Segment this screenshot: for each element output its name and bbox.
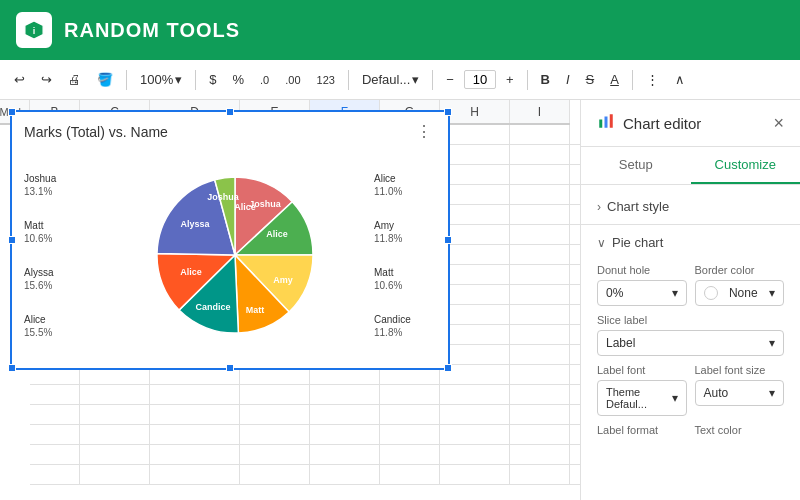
chart-more-icon[interactable]: ⋮ [412,120,436,143]
label-font-row: Label font Theme Defaul... ▾ Label font … [597,364,784,416]
chevron-right-icon: › [597,200,601,214]
editor-close-button[interactable]: × [773,113,784,134]
sep1 [126,70,127,90]
legend-item-candice: Candice 11.8% [374,313,436,339]
zoom-arrow: ▾ [175,72,182,87]
chart-container[interactable]: Marks (Total) vs. Name ⋮ Joshua 13.1% Ma… [10,110,450,370]
handle-bl[interactable] [8,364,16,372]
slice-label-group: Slice label Label ▾ [597,314,784,356]
bold-button[interactable]: B [535,69,556,90]
font-size-input[interactable]: 10 [464,70,496,89]
border-color-group: Border color None ▾ [695,264,785,306]
border-color-dot [704,286,718,300]
label-font-value: Theme Defaul... [606,386,672,410]
strikethrough-button[interactable]: S [580,69,601,90]
slice-label-value: Label [606,336,635,350]
underline-button[interactable]: A [604,69,625,90]
collapse-button[interactable]: ∧ [669,69,691,90]
border-color-value: None [729,286,758,300]
pie-chart: Alice Alice Amy Matt Candice Alice Alyss… [100,151,370,359]
editor-header: Chart editor × [581,100,800,147]
legend-item-alyssa: Alyssa 15.6% [24,266,96,292]
slice-label-select[interactable]: Label ▾ [597,330,784,356]
chart-title: Marks (Total) vs. Name [24,124,168,140]
label-font-select[interactable]: Theme Defaul... ▾ [597,380,687,416]
paint-button[interactable]: 🪣 [91,69,119,90]
toolbar: ↩ ↪ 🖨 🪣 100% ▾ $ % .0 .00 123 Defaul... … [0,60,800,100]
pie-chart-label: Pie chart [612,235,663,250]
zoom-value: 100% [140,72,173,87]
text-color-label: Text color [695,424,785,436]
pie-chart-section-header[interactable]: ∨ Pie chart [581,229,800,256]
tab-customize[interactable]: Customize [691,147,801,184]
border-color-label: Border color [695,264,785,276]
percent-button[interactable]: % [226,69,250,90]
chart-icon [597,112,615,134]
undo-button[interactable]: ↩ [8,69,31,90]
handle-bc[interactable] [226,364,234,372]
chart-style-section[interactable]: › Chart style [581,193,800,220]
sep6 [632,70,633,90]
more-button[interactable]: ⋮ [640,69,665,90]
svg-text:Alice: Alice [180,267,202,277]
zoom-select[interactable]: 100% ▾ [134,69,188,90]
handle-mr[interactable] [444,236,452,244]
col-header-I[interactable]: I [510,100,570,123]
label-font-size-select[interactable]: Auto ▾ [695,380,785,406]
handle-tc[interactable] [226,108,234,116]
donut-hole-select[interactable]: 0% ▾ [597,280,687,306]
decimal-more-button[interactable]: .00 [279,71,306,89]
editor-title: Chart editor [623,115,701,132]
label-font-group: Label font Theme Defaul... ▾ [597,364,687,416]
font-family-value: Defaul... [362,72,410,87]
svg-text:Alice: Alice [266,229,288,239]
label-font-size-group: Label font size Auto ▾ [695,364,785,416]
label-font-size-arrow: ▾ [769,386,775,400]
svg-rect-13 [610,114,613,128]
print-button[interactable]: 🖨 [62,69,87,90]
legend-right: Alice 11.0% Amy 11.8% Matt 10.6% Candice… [370,151,440,359]
svg-text:Joshua: Joshua [249,199,282,209]
chart-editor-panel: Chart editor × Setup Customize › Chart s… [580,100,800,500]
handle-ml[interactable] [8,236,16,244]
sep2 [195,70,196,90]
sep4 [432,70,433,90]
slice-label-arrow: ▾ [769,336,775,350]
border-color-select[interactable]: None ▾ [695,280,785,306]
app-header: i RANDOM TOOLS [0,0,800,60]
donut-hole-arrow: ▾ [672,286,678,300]
donut-hole-group: Donut hole 0% ▾ [597,264,687,306]
pie-chart-options: Donut hole 0% ▾ Border color None ▾ [581,256,800,456]
svg-text:Alyssa: Alyssa [180,219,210,229]
format-123-button[interactable]: 123 [311,71,341,89]
handle-tl[interactable] [8,108,16,116]
editor-content: › Chart style ∨ Pie chart Donut hole 0% … [581,185,800,500]
italic-button[interactable]: I [560,69,576,90]
font-increase-button[interactable]: + [500,69,520,90]
chart-body: Joshua 13.1% Matt 10.6% Alyssa 15.6% Ali… [12,147,448,363]
legend-item-matt-right: Matt 10.6% [374,266,436,292]
legend-item-alice-right: Alice 11.0% [374,172,436,198]
svg-rect-12 [605,117,608,128]
font-decrease-button[interactable]: − [440,69,460,90]
legend-item-amy: Amy 11.8% [374,219,436,245]
svg-text:i: i [33,26,36,36]
label-font-arrow: ▾ [672,391,678,405]
decimal-less-button[interactable]: .0 [254,71,275,89]
donut-hole-label: Donut hole [597,264,687,276]
label-format-group: Label format [597,424,687,440]
currency-button[interactable]: $ [203,69,222,90]
redo-button[interactable]: ↪ [35,69,58,90]
border-color-arrow: ▾ [769,286,775,300]
svg-rect-11 [599,120,602,128]
font-family-select[interactable]: Defaul... ▾ [356,69,425,90]
handle-br[interactable] [444,364,452,372]
chevron-down-icon: ∨ [597,236,606,250]
legend-item-matt: Matt 10.6% [24,219,96,245]
handle-tr[interactable] [444,108,452,116]
legend-item-joshua: Joshua 13.1% [24,172,96,198]
main-area: Marks B C D E F G H I // Will be generat… [0,100,800,500]
label-format-label: Label format [597,424,687,436]
label-format-row: Label format Text color [597,424,784,440]
tab-setup[interactable]: Setup [581,147,691,184]
